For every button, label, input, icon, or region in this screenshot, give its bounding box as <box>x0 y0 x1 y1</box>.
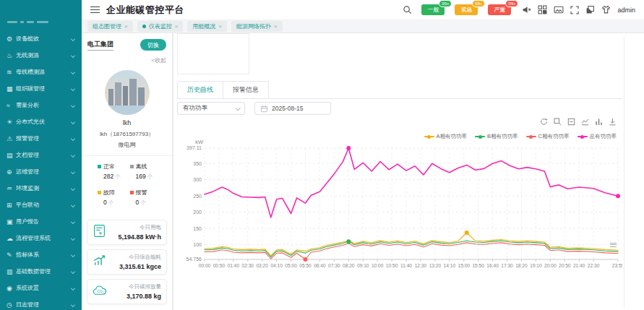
alarm-badge-count: 99+ <box>439 0 452 7</box>
history-curve-chart[interactable]: 00:0000:5001:4002:3003:2004:1005:0005:50… <box>177 138 622 274</box>
status-label-text: 正常 <box>103 163 115 171</box>
sidebar-item-log-mgmt[interactable]: ◷日志管理 <box>0 296 82 310</box>
svg-text:CO₂: CO₂ <box>97 290 103 293</box>
screenshot-icon[interactable] <box>554 5 564 14</box>
date-picker[interactable]: 2025-08-15 <box>254 102 331 115</box>
sidebar-item-label: 基础数据管理 <box>16 267 71 275</box>
user-menu[interactable]: admin <box>617 7 635 14</box>
svg-text:00:00: 00:00 <box>199 263 211 268</box>
close-icon[interactable]: × <box>175 23 179 30</box>
chevron-down-icon <box>71 303 75 307</box>
close-icon[interactable]: × <box>218 23 222 30</box>
chevron-down-icon <box>71 203 75 207</box>
svg-text:03:20: 03:20 <box>256 263 268 268</box>
metric-select[interactable]: 有功功率 <box>177 102 245 115</box>
svg-text:20:50: 20:50 <box>559 263 571 268</box>
status-color-square <box>130 165 134 168</box>
svg-text:15:50: 15:50 <box>472 263 484 268</box>
sidebar-item-base-data-mgmt[interactable]: ▥基础数据管理 <box>0 263 82 280</box>
workspace-tab-4[interactable]: 能源网络拓扑× <box>231 21 283 32</box>
sidebar-item-user-report[interactable]: ▣用户报告 <box>0 213 82 230</box>
theme-icon[interactable] <box>601 5 611 14</box>
sidebar-item-demand-analysis[interactable]: ≈需量分析 <box>0 97 82 113</box>
chevron-down-icon <box>71 137 75 141</box>
close-icon[interactable]: × <box>274 23 278 30</box>
sidebar-item-org-carbon[interactable]: ▦组织碳管理 <box>0 80 82 97</box>
sidebar-item-indicator-system[interactable]: ✎指标体系 <box>0 246 82 263</box>
power-doc-icon <box>93 224 106 241</box>
sidebar-item-doc-mgmt[interactable]: ▤文档管理 <box>0 147 82 163</box>
bar-chart-icon[interactable] <box>595 118 603 126</box>
zoom-reset-icon[interactable] <box>567 118 575 126</box>
workspace-tab-3[interactable]: 用能概况× <box>187 21 227 32</box>
svg-text:250: 250 <box>193 194 202 199</box>
fullscreen-icon[interactable] <box>570 6 579 14</box>
qr-grid-icon[interactable] <box>538 5 547 14</box>
menu-toggle-icon[interactable] <box>90 4 100 14</box>
alarm-bell-icon: ⚠ <box>7 135 16 142</box>
sidebar-item-device-efficiency[interactable]: ⚙设备能效 <box>0 30 82 47</box>
status-stat-1: 正常282个 <box>98 163 130 181</box>
detail-tab-1[interactable]: 历史曲线 <box>177 81 223 98</box>
switch-button[interactable]: 切换 <box>140 39 166 51</box>
workspace-tab-1[interactable]: 组态图管理× <box>87 21 133 32</box>
sidebar-item-alarm-mgmt[interactable]: ⚠报警管理 <box>0 130 82 147</box>
card-text: 今日综合能耗3,315.61 kgce <box>110 254 161 270</box>
drag-handle-icon[interactable] <box>610 241 617 248</box>
detail-tabs: 历史曲线报警信息 <box>177 81 622 99</box>
collapse-link[interactable]: <收起 <box>87 56 166 64</box>
card-value: 5,194.88 kW·h <box>110 233 161 241</box>
layers-icon[interactable] <box>585 5 595 14</box>
alarm-badge-label: 紧急 <box>460 7 472 13</box>
sidebar-item-process-mgmt[interactable]: ☁流程管理系统 <box>0 230 82 246</box>
svg-text:05:00: 05:00 <box>285 263 297 268</box>
status-count: 169 <box>136 173 146 180</box>
alarm-badge-count: 99+ <box>505 0 518 7</box>
chevron-down-icon <box>71 103 75 108</box>
page-title: 企业能碳管控平台 <box>106 4 184 17</box>
detail-tab-2[interactable]: 报警信息 <box>223 81 269 98</box>
svg-text:04:10: 04:10 <box>270 263 283 268</box>
energy-trend-icon <box>93 254 106 270</box>
svg-text:07:30: 07:30 <box>328 263 340 268</box>
mute-icon[interactable] <box>522 5 531 14</box>
sidebar-item-label: 文档管理 <box>16 151 71 159</box>
chevron-down-icon <box>71 286 75 290</box>
sidebar-item-platform-linkage[interactable]: ⊞平台联动 <box>0 197 82 213</box>
status-label: 正常 <box>98 163 130 171</box>
sidebar-item-label: 系统设置 <box>16 284 71 292</box>
sidebar-item-label: 需量分析 <box>16 101 71 109</box>
data-zoom-icon[interactable] <box>554 118 562 126</box>
chevron-down-icon <box>71 120 75 124</box>
svg-text:19:10: 19:10 <box>530 263 542 268</box>
svg-text:22:30: 22:30 <box>588 263 600 268</box>
alarm-badge-1[interactable]: 一般99+ <box>421 4 445 15</box>
sidebar-item-env-monitor[interactable]: ♒环境监测 <box>0 180 82 197</box>
line-chart-icon[interactable] <box>581 118 589 126</box>
alarm-badge-2[interactable]: 紧急99+ <box>455 4 478 15</box>
sidebar-item-busbar-temp[interactable]: ≋母线槽测温 <box>0 64 82 80</box>
metric-select-value: 有功功率 <box>183 104 207 113</box>
sidebar-item-ops-mgmt[interactable]: ⊕运维管理 <box>0 163 82 180</box>
org-title: 电工集团 <box>87 40 113 51</box>
sidebar-menu: ⚙设备能效♨无线测温≋母线槽测温▦组织碳管理≈需量分析☀分布式光伏⚠报警管理▤文… <box>0 30 82 310</box>
card-text: 今日碳排放量3,170.88 kg <box>111 283 161 300</box>
clock-icon: ◷ <box>7 301 16 309</box>
restore-icon[interactable] <box>540 118 548 126</box>
sidebar-item-wireless-temp[interactable]: ♨无线测温 <box>0 47 82 64</box>
sidebar-item-system-settings[interactable]: ◉系统设置 <box>0 280 82 296</box>
save-image-icon[interactable] <box>609 118 617 126</box>
status-stat-4: 报警0个 <box>130 189 163 207</box>
close-icon[interactable]: × <box>124 23 128 30</box>
workspace-tab-2[interactable]: 仪表监控× <box>137 21 184 32</box>
svg-text:10:50: 10:50 <box>386 263 398 268</box>
alarm-badge-3[interactable]: 严重99+ <box>488 4 511 15</box>
alarm-badges: 一般99+紧急99+严重99+ <box>421 4 515 15</box>
svg-text:02:30: 02:30 <box>242 263 254 268</box>
svg-text:05:50: 05:50 <box>299 263 312 268</box>
database-icon: ▥ <box>7 268 16 275</box>
svg-text:15:00: 15:00 <box>458 263 470 268</box>
chart-area: A相有功功率B相有功功率C相有功功率总有功功率 00:0000:5001:400… <box>177 116 622 304</box>
sidebar-item-distributed-pv[interactable]: ☀分布式光伏 <box>0 113 82 130</box>
search-icon[interactable] <box>403 5 412 14</box>
